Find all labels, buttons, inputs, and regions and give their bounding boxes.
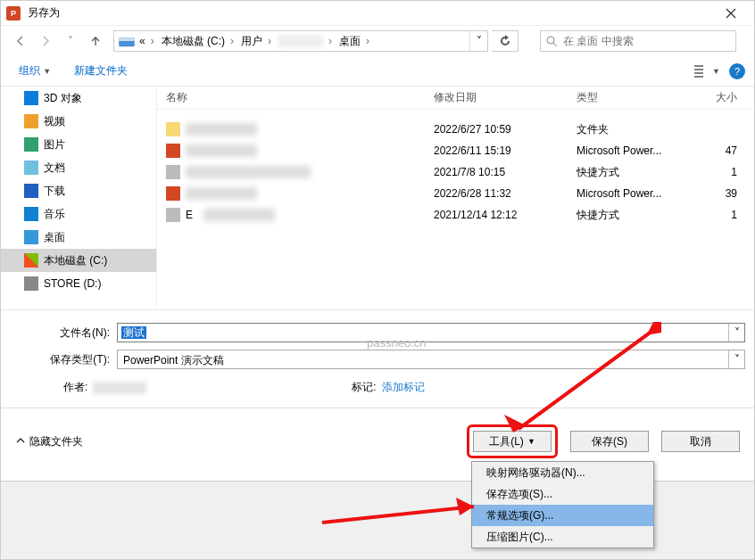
search-input[interactable]: [563, 35, 730, 47]
organize-button[interactable]: 组织 ▼: [10, 60, 60, 82]
tools-button[interactable]: 工具(L)▼: [473, 431, 552, 452]
sidebar-videos[interactable]: 视频: [1, 110, 156, 133]
svg-rect-1: [119, 37, 135, 41]
path-seg-desktop[interactable]: 桌面: [336, 34, 373, 49]
path-dropdown[interactable]: ˅: [469, 31, 487, 51]
filename-label: 文件名(N):: [60, 326, 110, 339]
tag-label: 标记:: [352, 380, 376, 395]
tag-value[interactable]: 添加标记: [382, 380, 425, 395]
shortcut-icon: [166, 165, 180, 179]
filename-input-wrap[interactable]: 测试 ˅: [117, 323, 745, 342]
powerpoint-icon: [6, 6, 21, 21]
titlebar: 另存为: [1, 1, 754, 26]
search-box[interactable]: [540, 30, 736, 52]
toolbar: 组织 ▼ 新建文件夹 ▼ ?: [1, 56, 754, 86]
sidebar-3dobjects[interactable]: 3D 对象: [1, 86, 156, 110]
file-row[interactable]: 2022/6/27 10:59 文件夹: [157, 119, 754, 140]
filetype-select[interactable]: PowerPoint 演示文稿 ˅: [117, 350, 745, 369]
file-row[interactable]: 2021/7/8 10:15 快捷方式 1: [157, 161, 754, 183]
sidebar-desktop[interactable]: 桌面: [1, 226, 156, 249]
col-name[interactable]: 名称: [157, 90, 425, 105]
shortcut-icon: [166, 208, 180, 222]
drive-icon: [118, 32, 136, 50]
folder-icon: [166, 122, 180, 136]
filetype-dropdown[interactable]: ˅: [728, 350, 744, 368]
navbar: ˅ « 本地磁盘 (C:) 用户 桌面 ˅: [1, 26, 754, 56]
newfolder-button[interactable]: 新建文件夹: [65, 60, 137, 82]
sidebar-downloads[interactable]: 下载: [1, 179, 156, 202]
close-button[interactable]: [713, 1, 749, 26]
ppt-icon: [166, 186, 180, 201]
chevron-down-icon: [15, 436, 26, 447]
file-list: 名称 修改日期 类型 大小 2022/6/27 10:59 文件夹 2022/6…: [157, 86, 754, 309]
path-seg-user[interactable]: [275, 35, 336, 47]
watermark: passneo.cn: [367, 336, 427, 350]
sidebar: 3D 对象 视频 图片 文档 下载 音乐 桌面 本地磁盘 (C:) STORE …: [1, 86, 157, 309]
menu-general-options[interactable]: 常规选项(G)...: [472, 505, 653, 526]
filetype-value: PowerPoint 演示文稿: [118, 350, 728, 368]
col-type[interactable]: 类型: [568, 90, 701, 105]
recent-dropdown[interactable]: ˅: [60, 30, 81, 52]
search-icon: [546, 36, 558, 47]
col-date[interactable]: 修改日期: [425, 90, 568, 105]
main-area: 3D 对象 视频 图片 文档 下载 音乐 桌面 本地磁盘 (C:) STORE …: [1, 86, 754, 309]
tools-menu: 映射网络驱动器(N)... 保存选项(S)... 常规选项(G)... 压缩图片…: [471, 461, 654, 548]
forward-button[interactable]: [35, 30, 56, 52]
sidebar-music[interactable]: 音乐: [1, 202, 156, 226]
file-row[interactable]: E 2021/12/14 12:12 快捷方式 1: [157, 204, 754, 226]
help-button[interactable]: ?: [729, 63, 745, 79]
menu-map-drive[interactable]: 映射网络驱动器(N)...: [472, 462, 653, 483]
sidebar-drive-d[interactable]: STORE (D:): [1, 272, 156, 295]
ppt-icon: [166, 144, 180, 158]
menu-compress[interactable]: 压缩图片(C)...: [472, 526, 653, 548]
sidebar-documents[interactable]: 文档: [1, 156, 156, 179]
save-button[interactable]: 保存(S): [570, 431, 649, 452]
filetype-label: 保存类型(T):: [50, 353, 110, 366]
up-button[interactable]: [85, 30, 106, 52]
menu-save-options[interactable]: 保存选项(S)...: [472, 483, 653, 505]
col-size[interactable]: 大小: [701, 90, 746, 105]
refresh-button[interactable]: [492, 30, 519, 52]
view-button[interactable]: ▼: [694, 65, 720, 78]
window-title: 另存为: [28, 5, 60, 21]
cancel-button[interactable]: 取消: [661, 431, 740, 452]
author-value[interactable]: [93, 382, 146, 394]
path-seg-drive[interactable]: 本地磁盘 (C:): [158, 34, 237, 49]
author-label: 作者:: [63, 380, 87, 395]
sidebar-drive-c[interactable]: 本地磁盘 (C:): [1, 249, 156, 272]
breadcrumb[interactable]: « 本地磁盘 (C:) 用户 桌面 ˅: [113, 30, 488, 52]
filename-dropdown[interactable]: ˅: [728, 324, 744, 342]
filename-value[interactable]: 测试: [121, 326, 146, 339]
path-seg-users[interactable]: 用户: [237, 34, 275, 49]
save-form: 文件名(N): 测试 ˅ 保存类型(T): PowerPoint 演示文稿 ˅ …: [1, 309, 754, 408]
file-row[interactable]: 2022/6/11 15:19 Microsoft Power... 47: [157, 140, 754, 161]
sidebar-pictures[interactable]: 图片: [1, 133, 156, 156]
hide-folders-button[interactable]: 隐藏文件夹: [15, 434, 83, 449]
file-list-header: 名称 修改日期 类型 大小: [157, 86, 754, 110]
path-prefix[interactable]: «: [139, 35, 158, 47]
tools-highlight: 工具(L)▼: [467, 424, 558, 458]
svg-point-2: [547, 37, 554, 44]
file-row[interactable]: 2022/6/28 11:32 Microsoft Power... 39: [157, 183, 754, 204]
back-button[interactable]: [10, 30, 31, 52]
